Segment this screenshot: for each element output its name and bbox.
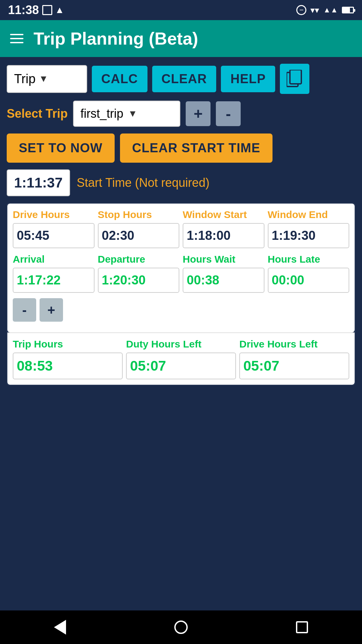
trip-select-dropdown[interactable]: first_trip ▼ [73, 101, 180, 127]
header-departure: Departure [98, 254, 180, 265]
value-drive-hours-left: 05:07 [239, 353, 349, 379]
data-values-row1: 05:45 02:30 1:18:00 1:19:30 [13, 223, 349, 248]
status-bar: 11:38 ▲ ▾▾ ▲▲ [0, 0, 362, 20]
header-hours-wait: Hours Wait [183, 254, 264, 265]
svg-rect-1 [290, 70, 301, 84]
row-remove-button[interactable]: - [13, 298, 36, 322]
set-to-now-button[interactable]: SET TO NOW [7, 133, 115, 163]
main-content: Trip ▼ CALC CLEAR HELP Select Trip first… [0, 57, 362, 610]
header-drive-hours: Drive Hours [13, 209, 95, 220]
data-values-row2: 1:17:22 1:20:30 00:38 00:00 [13, 268, 349, 293]
totals-section: Trip Hours Duty Hours Left Drive Hours L… [7, 332, 355, 385]
header-arrival: Arrival [13, 254, 95, 265]
copy-button[interactable] [280, 64, 309, 94]
value-duty-hours-left: 05:07 [126, 353, 236, 379]
recent-button[interactable] [296, 621, 308, 633]
table-stepper-row: - + [13, 298, 349, 322]
signal-icon: ▲▲ [323, 6, 338, 14]
data-headers-row2: Arrival Departure Hours Wait Hours Late [13, 254, 349, 265]
home-button[interactable] [174, 621, 188, 634]
back-button[interactable] [54, 620, 66, 635]
value-window-start: 1:18:00 [183, 223, 264, 248]
value-arrival: 1:17:22 [13, 268, 95, 293]
totals-header-row: Trip Hours Duty Hours Left Drive Hours L… [13, 338, 349, 350]
trip-select-arrow-icon: ▼ [128, 108, 137, 119]
trip-select-value: first_trip [80, 107, 123, 121]
start-time-row: 1:11:37 Start Time (Not required) [7, 169, 355, 196]
notification-icon [42, 5, 52, 15]
header-trip-hours: Trip Hours [13, 338, 123, 350]
header-drive-hours-left: Drive Hours Left [239, 338, 349, 350]
nav-bar [0, 610, 362, 644]
start-time-value: 1:11:37 [7, 169, 70, 196]
header-window-start: Window Start [183, 209, 264, 220]
wifi-icon: ▾▾ [310, 5, 319, 15]
clear-button[interactable]: CLEAR [152, 66, 217, 92]
calc-button[interactable]: CALC [92, 66, 147, 92]
data-section-top: Drive Hours Stop Hours Window Start Wind… [7, 204, 355, 332]
dnd-icon [296, 5, 306, 15]
help-button[interactable]: HELP [221, 66, 275, 92]
value-stop-hours: 02:30 [98, 223, 180, 248]
trip-type-arrow-icon: ▼ [39, 73, 48, 84]
back-icon [54, 620, 66, 635]
value-window-end: 1:19:30 [268, 223, 350, 248]
header-duty-hours-left: Duty Hours Left [126, 338, 236, 350]
trip-remove-button[interactable]: - [216, 101, 241, 126]
menu-button[interactable] [10, 34, 23, 43]
data-headers-row1: Drive Hours Stop Hours Window Start Wind… [13, 209, 349, 220]
action-row: SET TO NOW CLEAR START TIME [7, 133, 355, 163]
value-drive-hours: 05:45 [13, 223, 95, 248]
header-hours-late: Hours Late [268, 254, 350, 265]
app-bar: Trip Planning (Beta) [0, 20, 362, 57]
home-icon [174, 621, 188, 634]
toolbar-row: Trip ▼ CALC CLEAR HELP [7, 64, 355, 94]
trip-add-button[interactable]: + [186, 101, 210, 126]
row-add-button[interactable]: + [40, 298, 63, 322]
battery-icon [342, 7, 354, 13]
totals-values-row: 08:53 05:07 05:07 [13, 353, 349, 379]
select-trip-label: Select Trip [7, 107, 68, 121]
value-hours-late: 00:00 [268, 268, 350, 293]
data-table-section: Drive Hours Stop Hours Window Start Wind… [7, 203, 355, 385]
value-hours-wait: 00:38 [183, 268, 264, 293]
trip-type-label: Trip [14, 72, 36, 86]
trip-type-dropdown[interactable]: Trip ▼ [7, 65, 87, 93]
header-stop-hours: Stop Hours [98, 209, 180, 220]
start-time-label: Start Time (Not required) [77, 176, 209, 190]
copy-icon [287, 70, 303, 88]
value-departure: 1:20:30 [98, 268, 180, 293]
header-window-end: Window End [268, 209, 350, 220]
select-trip-row: Select Trip first_trip ▼ + - [7, 101, 355, 127]
value-trip-hours: 08:53 [13, 353, 123, 379]
clear-start-time-button[interactable]: CLEAR START TIME [120, 133, 273, 163]
app-title: Trip Planning (Beta) [34, 29, 198, 49]
recent-icon [296, 621, 308, 633]
upload-icon: ▲ [55, 5, 64, 15]
status-time: 11:38 [8, 3, 39, 17]
